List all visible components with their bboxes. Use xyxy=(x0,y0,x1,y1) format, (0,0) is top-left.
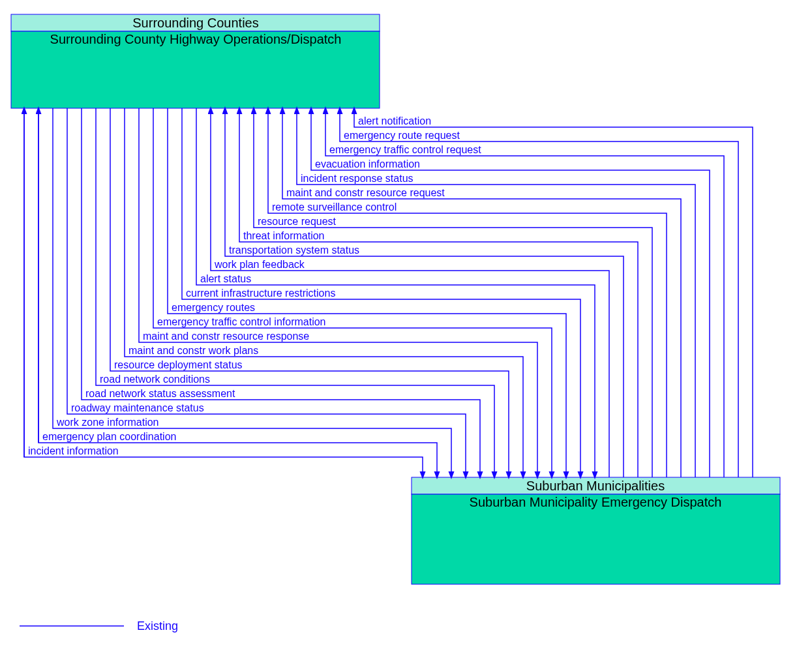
flow-label: emergency routes xyxy=(172,302,255,313)
flow-lines: alert notificationemergency route reques… xyxy=(24,108,753,477)
source-body: Surrounding County Highway Operations/Di… xyxy=(50,32,342,46)
flow-label: remote surveillance control xyxy=(272,201,397,213)
flow-label: resource deployment status xyxy=(114,359,243,370)
flow-label: emergency traffic control information xyxy=(157,316,325,327)
destination-entity: Suburban Municipalities Suburban Municip… xyxy=(412,477,780,584)
flow-label: work zone information xyxy=(56,417,159,428)
flow-label: emergency plan coordination xyxy=(42,431,176,442)
legend-existing: Existing xyxy=(137,619,178,632)
flow-label: maint and constr resource request xyxy=(286,187,445,198)
source-entity: Surrounding Counties Surrounding County … xyxy=(11,14,380,108)
destination-body: Suburban Municipality Emergency Dispatch xyxy=(470,495,722,509)
destination-header: Suburban Municipalities xyxy=(526,479,665,493)
source-header: Surrounding Counties xyxy=(132,16,258,30)
flow-diagram: Surrounding Counties Surrounding County … xyxy=(0,0,812,654)
flow-label: alert notification xyxy=(358,115,431,126)
flow-label: incident information xyxy=(28,445,119,456)
flow-label: roadway maintenance status xyxy=(71,402,204,413)
flow-label: emergency route request xyxy=(344,130,460,141)
flow-label: maint and constr work plans xyxy=(128,345,258,356)
flow-label: incident response status xyxy=(301,173,414,184)
flow-label: road network status assessment xyxy=(85,388,235,399)
legend: Existing xyxy=(20,619,178,632)
flow-label: threat information xyxy=(243,230,325,241)
flow-label: current infrastructure restrictions xyxy=(186,288,335,299)
flow-label: alert status xyxy=(200,273,251,284)
flow-label: emergency traffic control request xyxy=(329,144,481,155)
flow-label: maint and constr resource response xyxy=(143,331,309,342)
flow-label: transportation system status xyxy=(229,245,359,256)
flow-label: work plan feedback xyxy=(214,259,305,270)
flow-label: evacuation information xyxy=(315,158,420,170)
flow-label: road network conditions xyxy=(100,374,210,385)
flow-label: resource request xyxy=(258,216,337,227)
